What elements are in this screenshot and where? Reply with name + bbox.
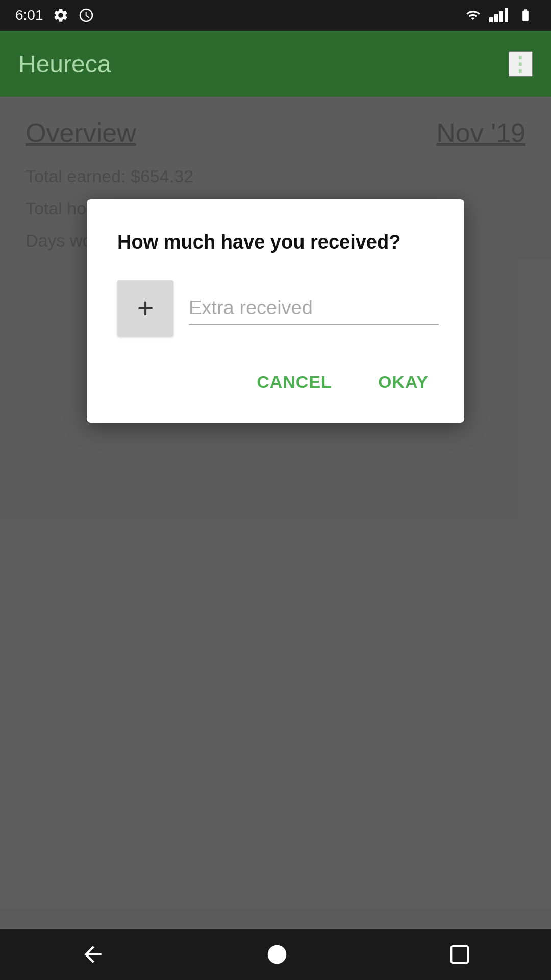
- bottom-nav: [0, 929, 551, 980]
- plus-icon: +: [137, 294, 154, 323]
- dialog-input-row: +: [117, 280, 439, 336]
- back-button[interactable]: [80, 942, 106, 967]
- toolbar: Heureca ⋮: [0, 31, 551, 97]
- cancel-button[interactable]: CANCEL: [246, 367, 342, 397]
- recent-apps-icon: [448, 943, 471, 966]
- status-icons: [464, 8, 536, 22]
- more-options-button[interactable]: ⋮: [509, 51, 533, 77]
- app-title: Heureca: [18, 50, 111, 78]
- plus-button[interactable]: +: [117, 280, 173, 336]
- recent-apps-button[interactable]: [448, 943, 471, 966]
- extra-received-input[interactable]: [189, 292, 439, 325]
- main-content: Overview Nov '19 Total earned: $654.32 T…: [0, 97, 551, 929]
- battery-icon: [515, 8, 536, 22]
- wifi-icon: [464, 8, 482, 22]
- dialog-overlay: How much have you received? + CANCEL OKA…: [0, 97, 551, 929]
- home-button[interactable]: [266, 943, 288, 966]
- svg-point-0: [268, 945, 287, 964]
- okay-button[interactable]: OKAY: [368, 367, 439, 397]
- dialog: How much have you received? + CANCEL OKA…: [87, 199, 464, 423]
- svg-rect-1: [452, 946, 468, 963]
- home-icon: [266, 943, 288, 966]
- status-time: 6:01: [15, 7, 43, 23]
- back-icon: [80, 942, 106, 967]
- dialog-actions: CANCEL OKAY: [117, 367, 439, 397]
- signal-icon: [489, 8, 508, 22]
- status-bar: 6:01: [0, 0, 551, 31]
- clock-icon: [78, 7, 94, 23]
- settings-icon: [53, 7, 69, 23]
- dialog-title: How much have you received?: [117, 230, 439, 255]
